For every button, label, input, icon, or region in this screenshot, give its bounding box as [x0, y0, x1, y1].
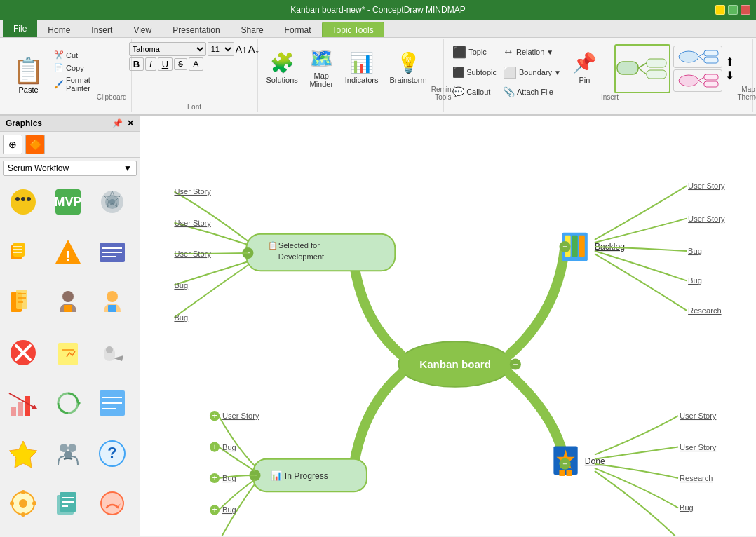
format-painter-icon: 🖌️ — [54, 80, 64, 89]
font-family-select[interactable]: Tahoma — [129, 42, 206, 56]
underline-button[interactable]: U — [158, 57, 173, 71]
graphics-header: Graphics 📌 ✕ — [0, 116, 140, 132]
graphic-item-2[interactable] — [93, 183, 131, 221]
topic-icon: ⬛ — [452, 46, 466, 59]
svg-text:Bug: Bug — [174, 281, 188, 290]
graphic-item-15[interactable] — [4, 435, 42, 473]
svg-text:User Story: User Story — [174, 219, 211, 227]
maximize-button[interactable] — [728, 5, 738, 15]
relation-icon: ↔️ — [503, 46, 514, 58]
close-button[interactable] — [741, 5, 750, 15]
graphics-tool-1[interactable]: ⊕ — [3, 135, 22, 154]
tab-share[interactable]: Share — [231, 22, 274, 37]
theme-scroll[interactable]: ⬆ ⬇ — [725, 55, 734, 82]
svg-point-69 — [21, 490, 25, 494]
graphics-tool-2[interactable]: 🔶 — [25, 135, 45, 154]
clipboard-small-buttons: ✂️ Cut 📄 Copy 🖌️ Format Painter — [51, 41, 97, 102]
attach-file-button[interactable]: 📎 Attach File — [500, 83, 564, 101]
tab-file[interactable]: File — [3, 19, 37, 37]
topic-label: Topic — [468, 48, 487, 56]
callout-button[interactable]: 💬 Callout — [450, 83, 499, 101]
close-graphics-button[interactable]: ✕ — [127, 118, 134, 128]
font-color-button[interactable]: A — [189, 57, 203, 71]
tab-view[interactable]: View — [123, 22, 162, 37]
graphic-item-0[interactable] — [4, 183, 42, 221]
graphic-item-3[interactable] — [4, 233, 42, 271]
graphics-toolbar: ⊕ 🔶 — [0, 132, 140, 158]
svg-text:!: ! — [65, 248, 70, 264]
tab-insert[interactable]: Insert — [81, 22, 123, 37]
paste-button[interactable]: 📋 Paste — [7, 41, 50, 97]
font-row-2: B I U S̶ A — [129, 57, 203, 71]
svg-line-11 — [698, 77, 704, 81]
svg-text:−: − — [562, 459, 567, 469]
graphics-header-buttons: 📌 ✕ — [112, 118, 134, 128]
svg-text:+: + — [212, 473, 217, 483]
bold-button[interactable]: B — [129, 57, 144, 71]
pin-button[interactable]: 📌 Pin — [568, 41, 601, 97]
graphic-item-13[interactable] — [49, 384, 87, 422]
tab-format[interactable]: Format — [274, 22, 322, 37]
graphic-item-14[interactable] — [93, 384, 131, 422]
graphic-item-8[interactable] — [93, 283, 131, 321]
svg-rect-4 — [647, 70, 666, 79]
format-painter-button[interactable]: 🖌️ Format Painter — [51, 74, 97, 94]
graphic-item-11[interactable] — [93, 334, 131, 372]
subtopic-button[interactable]: ⬛ Subtopic — [450, 62, 499, 82]
subtopic-icon: ⬛ — [452, 67, 464, 78]
svg-text:Bug: Bug — [688, 247, 702, 255]
svg-rect-131 — [567, 470, 572, 476]
graphic-item-9[interactable] — [4, 334, 42, 372]
graphics-panel: Graphics 📌 ✕ ⊕ 🔶 Scrum Workflow ▼ — [0, 116, 140, 536]
graphic-item-18[interactable] — [4, 484, 42, 522]
canvas[interactable]: Kanban board − 📋 Selected for Developmen… — [140, 116, 756, 536]
minimize-button[interactable] — [715, 5, 725, 15]
copy-button[interactable]: 📄 Copy — [51, 62, 97, 74]
topic-button[interactable]: ⬛ Topic — [450, 42, 499, 62]
tab-topic-tools[interactable]: Topic Tools — [322, 22, 384, 37]
theme-selected[interactable] — [614, 44, 670, 93]
format-painter-label: Format Painter — [66, 76, 94, 93]
map-theme-group: ⬆ ⬇ Map Theme — [607, 39, 753, 112]
pin-graphics-button[interactable]: 📌 — [112, 118, 123, 128]
graphic-item-7[interactable] — [49, 283, 87, 321]
solutions-button[interactable]: 🧩 Solutions — [262, 41, 302, 97]
svg-text:Selected for: Selected for — [278, 241, 320, 250]
boundary-button[interactable]: ⬜ Boundary ▼ — [500, 62, 564, 82]
graphic-item-12[interactable] — [4, 384, 42, 422]
graphic-item-17[interactable]: ? — [93, 435, 131, 473]
graphic-item-1[interactable]: MVP — [49, 183, 87, 221]
graphic-item-4[interactable]: ! — [49, 233, 87, 271]
theme-option-2[interactable] — [673, 69, 722, 92]
tab-home[interactable]: Home — [37, 22, 81, 37]
map-minder-button[interactable]: 🗺️ MapMinder — [305, 41, 338, 97]
graphic-item-6[interactable] — [4, 283, 42, 321]
graphic-item-5[interactable] — [93, 233, 131, 271]
svg-rect-3 — [647, 59, 666, 67]
svg-text:📊: 📊 — [271, 470, 283, 482]
font-size-select[interactable]: 11 — [208, 42, 234, 56]
cut-button[interactable]: ✂️ Cut — [51, 49, 97, 61]
graphic-item-19[interactable] — [49, 484, 87, 522]
insert-buttons: ⬛ Topic ↔️ Relation ▼ ⬛ Subtopic ⬜ Bound… — [448, 41, 565, 102]
strikethrough-button[interactable]: S̶ — [174, 58, 187, 70]
svg-rect-51 — [11, 407, 16, 416]
font-grow-button[interactable]: A↑ — [236, 43, 247, 55]
svg-point-18 — [27, 197, 31, 201]
theme-option-1[interactable] — [673, 46, 722, 68]
italic-button[interactable]: I — [145, 57, 156, 71]
clipboard-label: Clipboard — [97, 92, 127, 101]
remind-tools-group: 🧩 Solutions 🗺️ MapMinder 📊 Indicators 💡 … — [258, 39, 445, 112]
brainstorm-button[interactable]: 💡 Brainstorm — [386, 41, 431, 97]
svg-text:Research: Research — [688, 306, 721, 315]
tab-presentation[interactable]: Presentation — [162, 22, 230, 37]
svg-text:User Story: User Story — [688, 182, 725, 190]
graphic-item-20[interactable] — [93, 484, 131, 522]
relation-button[interactable]: ↔️ Relation ▼ — [500, 42, 564, 62]
svg-rect-119 — [579, 236, 585, 257]
graphics-category-dropdown[interactable]: Scrum Workflow ▼ — [3, 161, 137, 176]
graphic-item-16[interactable] — [49, 435, 87, 473]
font-controls: Tahoma 11 A↑ A↓ B I U S̶ A — [129, 41, 260, 102]
indicators-button[interactable]: 📊 Indicators — [341, 41, 383, 97]
graphic-item-10[interactable] — [49, 334, 87, 372]
